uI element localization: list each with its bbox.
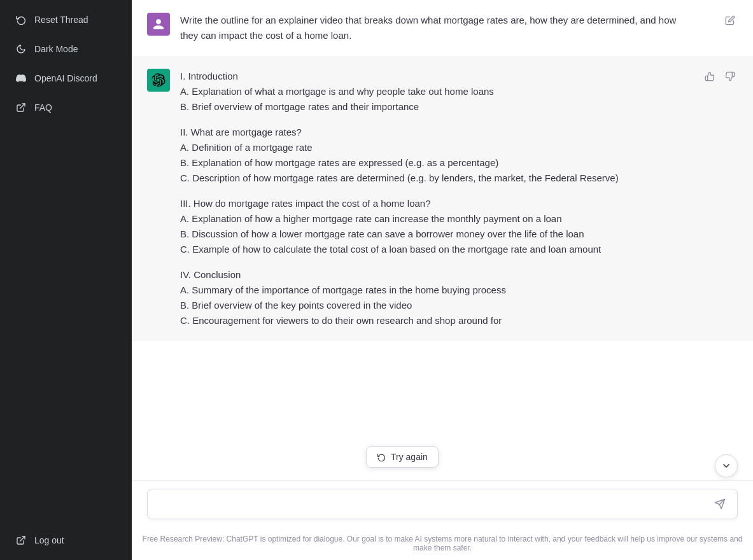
retry-icon [377,452,386,461]
svg-line-0 [20,104,25,108]
thumbs-up-button[interactable] [702,69,717,84]
send-icon [714,498,726,510]
section-item: C. Description of how mortgage rates are… [180,171,677,186]
outline-section-4: IV. Conclusion A. Summary of the importa… [180,267,677,328]
section-item: A. Explanation of how a higher mortgage … [180,211,677,227]
sidebar-item-label: FAQ [34,102,52,113]
scroll-down-button[interactable] [715,454,738,477]
sidebar-item-label: Dark Mode [34,44,78,54]
moon-icon [15,43,27,55]
footer: Free Research Preview: ChatGPT is optimi… [132,529,753,560]
sidebar-item-faq[interactable]: FAQ [5,94,127,121]
user-message-actions [722,13,738,28]
section-heading: IV. Conclusion [180,267,677,283]
sidebar: Reset Thread Dark Mode OpenAI Discord FA… [0,0,132,560]
svg-line-1 [20,536,25,541]
chat-input[interactable] [157,497,712,512]
section-heading: II. What are mortgage rates? [180,125,677,140]
sidebar-item-label: OpenAI Discord [34,73,97,83]
chat-area: Write the outline for an explainer video… [132,0,753,480]
input-area [132,480,753,529]
input-container [147,489,738,519]
sidebar-item-label: Log out [34,535,64,545]
sidebar-item-logout[interactable]: Log out [5,527,127,554]
section-item: B. Brief overview of mortgage rates and … [180,99,677,115]
discord-icon [15,73,27,84]
external-link-icon [15,102,27,113]
outline-section-1: I. Introduction A. Explanation of what a… [180,69,677,115]
user-message-block: Write the outline for an explainer video… [132,0,753,56]
section-item: A. Explanation of what a mortgage is and… [180,84,677,99]
sidebar-item-dark-mode[interactable]: Dark Mode [5,36,127,62]
section-item: A. Definition of a mortgage rate [180,140,677,155]
outline-section-3: III. How do mortgage rates impact the co… [180,196,677,257]
outline-section-2: II. What are mortgage rates? A. Definiti… [180,125,677,186]
logout-icon [15,535,27,546]
sidebar-item-discord[interactable]: OpenAI Discord [5,65,127,92]
user-avatar [147,13,170,36]
send-button[interactable] [712,496,728,512]
assistant-message-text: I. Introduction A. Explanation of what a… [180,69,677,328]
try-again-label: Try again [391,452,428,462]
section-item: B. Discussion of how a lower mortgage ra… [180,227,677,242]
edit-message-button[interactable] [722,13,738,28]
assistant-message-actions [702,69,738,84]
section-heading: III. How do mortgage rates impact the co… [180,196,677,211]
sidebar-item-label: Reset Thread [34,15,88,25]
section-heading: I. Introduction [180,69,677,84]
section-item: B. Brief overview of the key points cove… [180,298,677,313]
chevron-down-icon [721,461,731,471]
reset-icon [15,14,27,25]
main-content: Write the outline for an explainer video… [132,0,753,560]
section-item: A. Summary of the importance of mortgage… [180,283,677,298]
assistant-message-block: I. Introduction A. Explanation of what a… [132,56,753,341]
section-item: B. Explanation of how mortgage rates are… [180,155,677,171]
sidebar-item-reset-thread[interactable]: Reset Thread [5,6,127,33]
thumbs-down-button[interactable] [722,69,738,84]
gpt-avatar [147,69,170,92]
user-message-text: Write the outline for an explainer video… [180,13,677,43]
section-item: C. Example of how to calculate the total… [180,242,677,257]
section-item: C. Encouragement for viewers to do their… [180,313,677,328]
try-again-tooltip[interactable]: Try again [366,446,439,468]
footer-text: Free Research Preview: ChatGPT is optimi… [143,535,743,552]
